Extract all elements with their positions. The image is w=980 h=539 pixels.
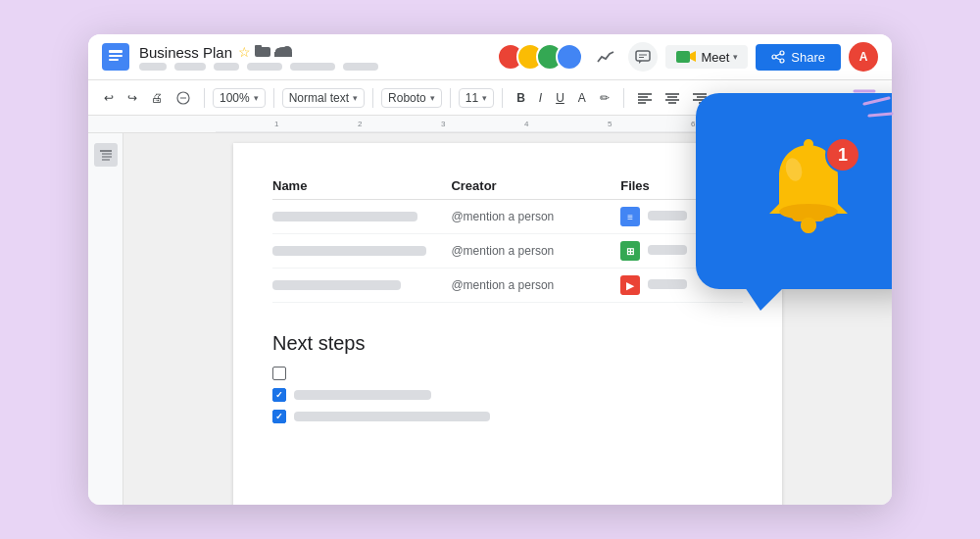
sidebar-panel [88, 133, 123, 505]
document-table: Name Creator Files @mention a per [272, 172, 743, 303]
star-icon[interactable]: ☆ [238, 44, 251, 60]
font-color-button[interactable]: A [572, 88, 592, 108]
sparkle-decoration [845, 86, 894, 149]
name-cell-2 [272, 234, 451, 269]
svg-line-20 [776, 58, 780, 60]
checkbox-3[interactable] [272, 410, 286, 423]
comments-icon[interactable] [628, 42, 658, 72]
svg-marker-15 [690, 51, 696, 62]
font-value: Roboto [388, 91, 426, 105]
svg-text:2: 2 [358, 120, 363, 128]
table-row: @mention a person ≡ [272, 200, 743, 234]
title-icons: ☆ [238, 44, 292, 60]
name-cell-1 [272, 200, 451, 234]
style-value: Normal text [289, 91, 349, 105]
print-button[interactable]: 🖨 [145, 88, 169, 108]
file-placeholder-3 [648, 279, 687, 289]
undo-button[interactable]: ↩ [98, 88, 120, 108]
spellcheck-button[interactable] [171, 88, 196, 108]
next-steps-title: Next steps [272, 332, 743, 355]
checkbox-1[interactable] [272, 367, 286, 380]
creator-cell-2[interactable]: @mention a person [451, 234, 620, 269]
col-creator: Creator [451, 172, 620, 200]
history-group: ↩ ↪ 🖨 [98, 88, 196, 108]
mention-1[interactable]: @mention a person [451, 210, 554, 223]
document-title: Business Plan [139, 44, 232, 61]
sep-1 [204, 88, 205, 108]
menu-file[interactable] [139, 63, 167, 71]
svg-rect-3 [109, 59, 119, 61]
bold-button[interactable]: B [511, 88, 531, 108]
svg-line-59 [869, 114, 892, 116]
mention-3[interactable]: @mention a person [451, 278, 554, 292]
sep-4 [450, 88, 451, 108]
checkline-2 [294, 390, 431, 400]
name-cell-3 [272, 269, 451, 303]
zoom-dropdown[interactable]: 100% ▾ [213, 88, 266, 108]
menu-bar [139, 63, 487, 71]
checklist-item-2 [272, 388, 743, 402]
share-button[interactable]: Share [756, 44, 841, 71]
size-chevron: ▾ [482, 93, 487, 103]
font-dropdown[interactable]: Roboto ▾ [381, 88, 442, 108]
menu-insert[interactable] [247, 63, 282, 71]
document-title-row: Business Plan ☆ [139, 44, 487, 61]
redo-button[interactable]: ↪ [122, 88, 143, 108]
slides-file-icon: ▶ [620, 275, 640, 295]
col-name: Name [272, 172, 451, 200]
svg-text:4: 4 [524, 120, 529, 128]
meet-button[interactable]: Meet ▾ [665, 45, 748, 69]
file-placeholder-1 [648, 211, 687, 220]
highlight-button[interactable]: ✏ [594, 88, 615, 108]
svg-point-54 [801, 218, 816, 233]
align-left[interactable] [632, 89, 658, 107]
svg-rect-2 [109, 55, 122, 57]
title-bar: Business Plan ☆ [88, 34, 892, 80]
creator-cell-3[interactable]: @mention a person [451, 269, 620, 303]
creator-cell-1[interactable]: @mention a person [451, 200, 620, 234]
size-value: 11 [466, 91, 478, 105]
size-dropdown[interactable]: 11 ▾ [459, 88, 494, 108]
menu-tools[interactable] [343, 63, 378, 71]
menu-edit[interactable] [174, 63, 206, 71]
checklist-item-1 [272, 367, 743, 380]
menu-view[interactable] [214, 63, 239, 71]
sidebar-outline-icon[interactable] [94, 143, 118, 167]
checkline-3 [294, 412, 490, 421]
table-row: @mention a person ▶ [272, 269, 743, 303]
svg-rect-9 [274, 52, 292, 57]
checklist-item-3 [272, 410, 743, 423]
google-docs-window: Business Plan ☆ [88, 34, 892, 505]
menu-format[interactable] [290, 63, 335, 71]
svg-rect-5 [255, 45, 262, 49]
checkbox-2[interactable] [272, 388, 286, 402]
sep-5 [502, 88, 503, 108]
meet-label: Meet [701, 50, 729, 65]
docs-app-icon [102, 43, 129, 71]
underline-button[interactable]: U [550, 88, 570, 108]
checklist [272, 367, 743, 423]
sep-2 [273, 88, 274, 108]
svg-marker-13 [639, 61, 642, 64]
collaborator-avatars [497, 43, 583, 71]
analytics-icon[interactable] [591, 42, 620, 72]
zoom-value: 100% [220, 91, 250, 105]
svg-point-17 [772, 55, 776, 59]
mention-2[interactable]: @mention a person [451, 244, 554, 258]
folder-icon[interactable] [255, 44, 270, 60]
format-group: B I U A ✏ [511, 88, 615, 108]
share-label: Share [791, 50, 825, 65]
sheets-file-icon: ⊞ [620, 241, 640, 261]
svg-rect-10 [636, 51, 650, 61]
meet-chevron: ▾ [733, 52, 738, 62]
table-row: @mention a person ⊞ [272, 234, 743, 269]
svg-text:1: 1 [274, 120, 279, 128]
italic-button[interactable]: I [533, 88, 548, 108]
svg-line-58 [864, 98, 889, 104]
style-dropdown[interactable]: Normal text ▾ [282, 88, 365, 108]
user-avatar[interactable]: A [849, 42, 878, 72]
align-center[interactable] [660, 89, 685, 107]
font-chevron: ▾ [430, 93, 435, 103]
sep-6 [623, 88, 624, 108]
svg-point-16 [780, 51, 784, 55]
